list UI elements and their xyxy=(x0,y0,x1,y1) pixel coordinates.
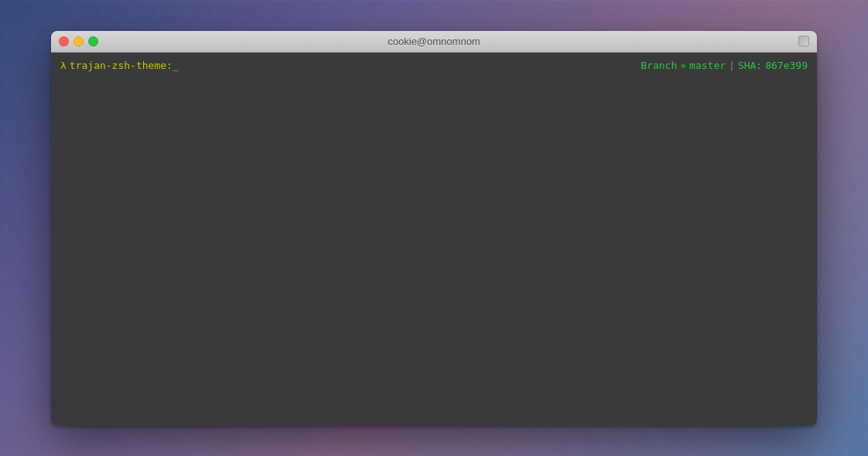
window-title: cookie@omnomnom xyxy=(388,36,480,47)
resize-button[interactable] xyxy=(798,36,809,46)
traffic-lights xyxy=(59,36,98,46)
terminal-prompt-line: λ trajan-zsh-theme: _ Branch » master | … xyxy=(60,59,808,73)
git-sha-value: 867e399 xyxy=(765,59,808,73)
terminal-body[interactable]: λ trajan-zsh-theme: _ Branch » master | … xyxy=(51,53,817,426)
git-sha-label: SHA: xyxy=(738,59,762,73)
prompt-lambda: λ xyxy=(60,59,67,73)
close-button[interactable] xyxy=(59,36,69,46)
terminal-content[interactable] xyxy=(60,73,808,420)
git-branch-name: master xyxy=(689,59,726,73)
prompt-left: λ trajan-zsh-theme: _ xyxy=(60,59,179,73)
maximize-button[interactable] xyxy=(88,36,98,46)
git-separator: | xyxy=(729,59,735,73)
git-info: Branch » master | SHA: 867e399 xyxy=(641,59,808,73)
title-bar: cookie@omnomnom xyxy=(51,31,817,53)
prompt-path: trajan-zsh-theme: xyxy=(70,59,173,73)
prompt-cursor: _ xyxy=(173,59,179,73)
terminal-window: cookie@omnomnom λ trajan-zsh-theme: _ Br… xyxy=(51,31,817,426)
git-branch-label: Branch xyxy=(641,59,677,73)
git-arrow: » xyxy=(680,59,686,73)
minimize-button[interactable] xyxy=(73,36,84,46)
